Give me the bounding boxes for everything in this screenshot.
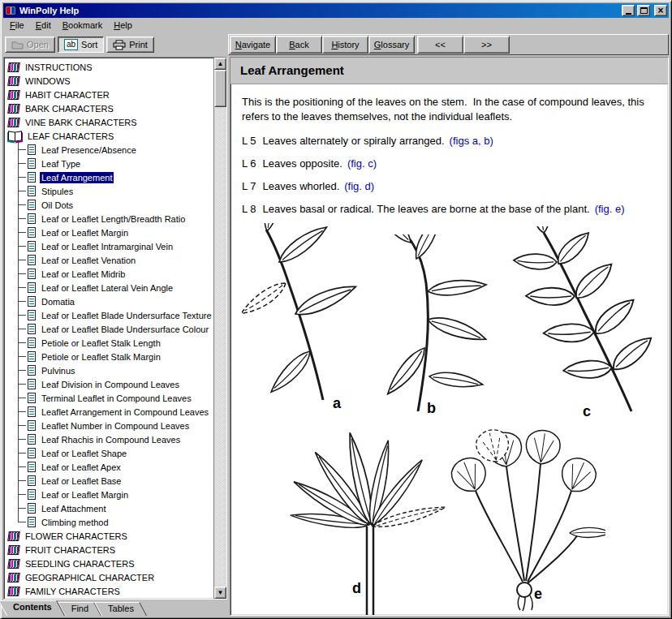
tree-item[interactable]: Leaflet Number in Compound Leaves: [6, 419, 213, 432]
tree-item[interactable]: Leaf or Leaflet Margin: [6, 226, 213, 239]
page-icon: [28, 475, 36, 486]
scroll-up-button[interactable]: ▲: [214, 58, 226, 70]
tree-item[interactable]: Terminal Leaflet in Compound Leaves: [6, 391, 213, 405]
toolbar-right: Navigate Back History Glossary << >>: [228, 34, 669, 55]
tree-item[interactable]: HABIT CHARACTER: [6, 88, 213, 101]
tree-item[interactable]: Domatia: [6, 294, 213, 308]
tree-item[interactable]: Climbing method: [6, 515, 213, 529]
tree-item[interactable]: WINDOWS: [6, 74, 213, 88]
tree-item[interactable]: Leaf or Leaflet Apex: [6, 460, 213, 474]
history-button[interactable]: History: [322, 36, 368, 54]
scroll-down-button[interactable]: ▼: [214, 587, 226, 599]
tree-item[interactable]: Leaf or Leaflet Base: [6, 474, 213, 488]
tree-item[interactable]: FAMILY CHARACTERS: [6, 584, 213, 598]
page-icon: [28, 434, 36, 445]
book-icon: [7, 531, 20, 541]
tree-item[interactable]: Leaf or Leaflet Intramarginal Vein: [6, 239, 213, 253]
close-button[interactable]: ×: [654, 5, 667, 16]
tree-item[interactable]: BARK CHARACTERS: [6, 101, 213, 115]
tab-bar: Contents Find Tables: [3, 600, 227, 616]
tree-connector: [18, 308, 26, 322]
tree-item[interactable]: Leaf or Leaflet Length/Breadth Ratio: [6, 212, 213, 226]
tree-item-label: BARK CHARACTERS: [24, 103, 115, 114]
scroll-thumb[interactable]: [214, 70, 226, 107]
tree-item-label: VINE BARK CHARACTERS: [24, 117, 139, 128]
figure-link[interactable]: (figs a, b): [450, 135, 493, 147]
tree-item[interactable]: Leaf or Leaflet Shape: [6, 446, 213, 460]
figures-area: a b c d e: [242, 223, 661, 615]
page-icon: [28, 406, 36, 417]
main-area: INSTRUCTIONS WINDOWS HABIT CHARACTER BAR…: [3, 57, 669, 616]
next-topic-button[interactable]: >>: [463, 36, 510, 54]
tree-connector: [18, 488, 26, 501]
tree-item[interactable]: Leaf Attachment: [6, 501, 213, 515]
scroll-track[interactable]: [214, 70, 226, 587]
menu-edit[interactable]: Edit: [30, 18, 57, 33]
tree-item[interactable]: FRUIT CHARACTERS: [6, 543, 213, 557]
tree-item[interactable]: FLOWER CHARACTERS: [6, 529, 213, 543]
tree-item[interactable]: Leaf or Leaflet Blade Undersurface Colou…: [6, 322, 213, 336]
menu-help[interactable]: Help: [108, 18, 138, 33]
tree-item[interactable]: Petiole or Leaflet Stalk Margin: [6, 350, 213, 363]
back-button[interactable]: Back: [276, 36, 322, 54]
title-bar[interactable]: WinPolly Help ×: [3, 3, 669, 18]
tree-item[interactable]: Leaf Arrangement: [6, 170, 213, 184]
tree-connector: [18, 419, 26, 432]
contents-panel: INSTRUCTIONS WINDOWS HABIT CHARACTER BAR…: [3, 57, 227, 600]
figure-link[interactable]: (fig. e): [595, 203, 625, 215]
glossary-button[interactable]: Glossary: [368, 36, 415, 54]
tree-item[interactable]: Oil Dots: [6, 198, 213, 212]
tree-item[interactable]: GEOGRAPHICAL CHARACTER: [6, 570, 213, 584]
tree-item[interactable]: Leaf or Leaflet Margin: [6, 488, 213, 501]
tree-item[interactable]: Leaf or Leaflet Midrib: [6, 267, 213, 281]
tree-connector: [18, 501, 26, 515]
tree-scrollbar[interactable]: ▲ ▼: [213, 58, 226, 599]
tree-item[interactable]: INSTRUCTIONS: [6, 60, 213, 74]
tree-item[interactable]: Petiole or Leaflet Stalk Length: [6, 336, 213, 350]
tab-contents[interactable]: Contents: [6, 600, 65, 616]
navigate-button[interactable]: Navigate: [230, 36, 276, 54]
tree-item[interactable]: Leaf Division in Compound Leaves: [6, 377, 213, 391]
figure-c-opposite-leaves: [508, 226, 657, 417]
sort-button-label: Sort: [81, 40, 97, 49]
tree-item[interactable]: Pulvinus: [6, 363, 213, 377]
tree-item[interactable]: Leaf or Leaflet Blade Undersurface Textu…: [6, 308, 213, 322]
tree-item-label: HABIT CHARACTER: [24, 89, 111, 101]
figure-link[interactable]: (fig. c): [347, 157, 377, 170]
maximize-button[interactable]: [637, 5, 650, 16]
tree-item[interactable]: SEEDLING CHARACTERS: [6, 557, 213, 570]
tree-item[interactable]: Leaf Presence/Absence: [6, 143, 213, 157]
tree-item[interactable]: Leaf or Leaflet Lateral Vein Angle: [6, 281, 213, 294]
tree-item-label: Leaf Presence/Absence: [40, 144, 138, 156]
tree-item[interactable]: VINE BARK CHARACTERS: [6, 115, 213, 129]
entry-code: L 8: [242, 203, 256, 215]
minimize-button[interactable]: [622, 5, 635, 16]
tree-item-label: Leaf Rhachis in Compound Leaves: [40, 434, 182, 445]
tab-tables[interactable]: Tables: [101, 602, 147, 616]
window-title: WinPolly Help: [19, 6, 619, 15]
print-button[interactable]: Print: [106, 37, 154, 53]
tree-item[interactable]: Leaflet Arrangement in Compound Leaves: [6, 405, 213, 419]
tree-item[interactable]: Leaf Rhachis in Compound Leaves: [6, 432, 213, 446]
open-button[interactable]: Open: [5, 37, 55, 53]
tree-item[interactable]: LEAF CHARACTERS: [6, 129, 213, 143]
tree-connector: [18, 474, 26, 488]
tree-item-label: SEEDLING CHARACTERS: [24, 558, 136, 570]
figure-link[interactable]: (fig. d): [344, 180, 374, 192]
tree-item[interactable]: Stipules: [6, 184, 213, 198]
menu-bookmark[interactable]: Bookmark: [57, 18, 109, 33]
figure-label-c: c: [583, 403, 591, 420]
print-button-label: Print: [129, 40, 148, 49]
left-column: INSTRUCTIONS WINDOWS HABIT CHARACTER BAR…: [3, 57, 227, 616]
menu-file[interactable]: File: [4, 18, 30, 33]
tree-connector: [18, 446, 26, 460]
previous-topic-button[interactable]: <<: [417, 36, 463, 54]
tree-item[interactable]: GLOSSARY: [6, 598, 213, 599]
topic-title: Leaf Arrangement: [230, 58, 668, 84]
tree-item-label: Leaf or Leaflet Apex: [40, 462, 123, 473]
tree-item[interactable]: Leaf or Leaflet Venation: [6, 253, 213, 267]
tree-item[interactable]: Leaf Type: [6, 157, 213, 170]
sort-button[interactable]: ab Sort: [58, 37, 104, 53]
page-icon: [28, 393, 36, 403]
page-icon: [28, 158, 36, 169]
